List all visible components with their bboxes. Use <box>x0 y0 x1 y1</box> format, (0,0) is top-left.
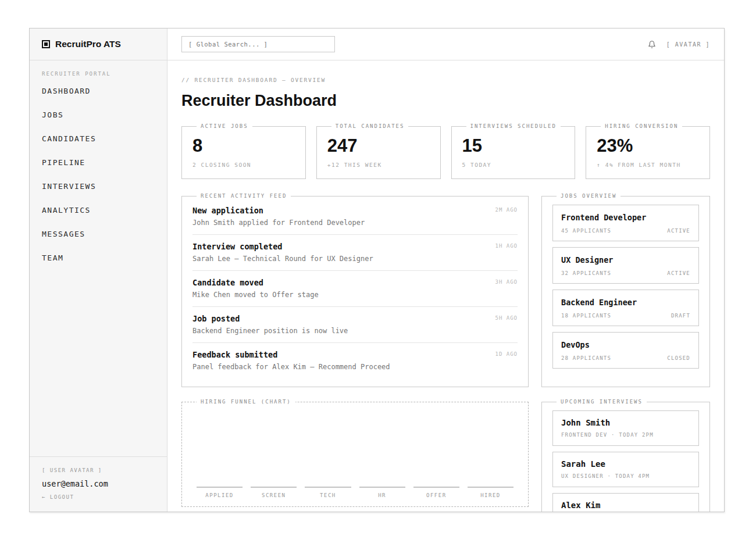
job-title: DevOps <box>561 340 690 349</box>
sidebar: RecruitPro ATS RECRUITER PORTAL DASHBOAR… <box>30 28 167 512</box>
activity-description: Sarah Lee — Technical Round for UX Desig… <box>192 255 518 263</box>
funnel-stage-hired: HIRED <box>463 487 518 498</box>
user-email: user@email.com <box>42 479 155 488</box>
job-card-devops[interactable]: DevOps 28 APPLICANTS CLOSED <box>552 332 699 369</box>
stage-label: HR <box>359 492 405 498</box>
framed-square-icon <box>42 40 50 48</box>
bell-icon[interactable] <box>648 40 656 49</box>
activity-timestamp: 2M AGO <box>495 207 518 213</box>
stage-baseline <box>468 487 513 488</box>
interview-card-alex-kim[interactable]: Alex Kim BACKEND ENG · TOMORROW 10AM <box>552 493 699 512</box>
stage-baseline <box>251 487 297 488</box>
stage-baseline <box>305 487 351 488</box>
interview-card-john-smith[interactable]: John Smith FRONTEND DEV · TODAY 2PM <box>552 410 699 446</box>
interview-detail: UX DESIGNER · TODAY 4PM <box>561 473 690 479</box>
interview-candidate-name: Sarah Lee <box>561 459 690 469</box>
activity-description: Mike Chen moved to Offer stage <box>192 291 518 299</box>
stat-value: 247 <box>327 135 430 156</box>
job-title: Backend Engineer <box>561 298 690 307</box>
activity-description: Backend Engineer position is now live <box>192 327 518 335</box>
job-card-backend-engineer[interactable]: Backend Engineer 18 APPLICANTS DRAFT <box>552 290 699 326</box>
job-applicants: 28 APPLICANTS <box>561 355 611 361</box>
brand-logo: RecruitPro ATS <box>30 28 167 60</box>
nav-section-label: RECRUITER PORTAL <box>42 71 155 77</box>
job-status-badge: ACTIVE <box>667 228 690 234</box>
logout-button[interactable]: ← LOGOUT <box>42 494 155 500</box>
sidebar-item-pipeline[interactable]: PIPELINE <box>42 153 155 172</box>
job-status-badge: ACTIVE <box>667 270 690 276</box>
funnel-stage-offer: OFFER <box>409 487 463 498</box>
stat-subtext: ↑ 4% FROM LAST MONTH <box>597 162 699 168</box>
stat-card-interviews-scheduled: INTERVIEWS SCHEDULED 15 5 TODAY <box>451 123 576 179</box>
hiring-funnel-panel: HIRING FUNNEL (CHART) APPLIED SCREEN <box>181 399 529 507</box>
activity-item: Feedback submitted Panel feedback for Al… <box>192 343 518 378</box>
stat-subtext: 5 TODAY <box>462 162 565 168</box>
stage-label: SCREEN <box>251 492 297 498</box>
panel-label: UPCOMING INTERVIEWS <box>557 399 647 405</box>
stage-baseline <box>359 487 405 488</box>
stat-subtext: +12 THIS WEEK <box>327 162 430 168</box>
job-status-badge: DRAFT <box>671 313 690 319</box>
panel-label: RECENT ACTIVITY FEED <box>197 193 291 199</box>
funnel-stage-screen: SCREEN <box>247 487 301 498</box>
sidebar-item-jobs[interactable]: JOBS <box>42 105 155 124</box>
breadcrumb: // RECRUITER DASHBOARD — OVERVIEW <box>181 77 710 83</box>
sidebar-item-team[interactable]: TEAM <box>42 248 155 267</box>
interview-detail: FRONTEND DEV · TODAY 2PM <box>561 432 690 438</box>
activity-item: New application John Smith applied for F… <box>192 199 518 235</box>
user-avatar-placeholder: [ USER AVATAR ] <box>42 467 155 473</box>
stage-label: TECH <box>305 492 351 498</box>
stage-label: OFFER <box>413 492 459 498</box>
job-card-ux-designer[interactable]: UX Designer 32 APPLICANTS ACTIVE <box>552 247 699 284</box>
recent-activity-panel: RECENT ACTIVITY FEED New application Joh… <box>181 193 529 387</box>
panel-label: HIRING FUNNEL (CHART) <box>197 399 295 405</box>
sidebar-footer: [ USER AVATAR ] user@email.com ← LOGOUT <box>30 456 167 512</box>
topbar-right: [ AVATAR ] <box>648 40 710 49</box>
activity-timestamp: 3H AGO <box>495 279 518 285</box>
stage-baseline <box>413 487 459 488</box>
jobs-overview-panel: JOBS OVERVIEW Frontend Developer 45 APPL… <box>541 193 710 387</box>
topbar: [ AVATAR ] <box>167 28 724 60</box>
sidebar-item-analytics[interactable]: ANALYTICS <box>42 201 155 220</box>
avatar-button[interactable]: [ AVATAR ] <box>666 41 710 48</box>
activity-timestamp: 1H AGO <box>495 243 518 249</box>
job-applicants: 32 APPLICANTS <box>561 270 611 276</box>
stat-card-active-jobs: ACTIVE JOBS 8 2 CLOSING SOON <box>181 123 306 179</box>
content: // RECRUITER DASHBOARD — OVERVIEW Recrui… <box>167 60 724 512</box>
stage-label: APPLIED <box>197 492 243 498</box>
job-applicants: 45 APPLICANTS <box>561 228 611 234</box>
stat-subtext: 2 CLOSING SOON <box>192 162 295 168</box>
funnel-stages: APPLIED SCREEN TECH HR <box>192 487 518 498</box>
content-grid: RECENT ACTIVITY FEED New application Joh… <box>181 193 710 512</box>
activity-title: Job posted <box>192 314 518 323</box>
funnel-stage-hr: HR <box>355 487 409 498</box>
upcoming-interviews-panel: UPCOMING INTERVIEWS John Smith FRONTEND … <box>541 399 710 512</box>
stat-card-total-candidates: TOTAL CANDIDATES 247 +12 THIS WEEK <box>316 123 441 179</box>
activity-item: Job posted Backend Engineer position is … <box>192 307 518 343</box>
global-search-input[interactable] <box>181 36 335 52</box>
stats-row: ACTIVE JOBS 8 2 CLOSING SOON TOTAL CANDI… <box>181 123 710 179</box>
stat-value: 15 <box>462 135 565 156</box>
page-title: Recruiter Dashboard <box>181 92 710 110</box>
job-card-frontend-developer[interactable]: Frontend Developer 45 APPLICANTS ACTIVE <box>552 205 699 241</box>
job-title: Frontend Developer <box>561 213 690 222</box>
activity-description: John Smith applied for Frontend Develope… <box>192 219 518 227</box>
activity-item: Interview completed Sarah Lee — Technica… <box>192 235 518 271</box>
stat-card-hiring-conversion: HIRING CONVERSION 23% ↑ 4% FROM LAST MON… <box>586 123 710 179</box>
stat-label: HIRING CONVERSION <box>601 123 682 129</box>
sidebar-item-messages[interactable]: MESSAGES <box>42 224 155 244</box>
sidebar-item-dashboard[interactable]: DASHBOARD <box>42 81 155 101</box>
sidebar-item-candidates[interactable]: CANDIDATES <box>42 129 155 148</box>
panel-label: JOBS OVERVIEW <box>557 193 621 199</box>
funnel-stage-tech: TECH <box>301 487 355 498</box>
interview-candidate-name: John Smith <box>561 418 690 427</box>
job-title: UX Designer <box>561 255 690 265</box>
stage-label: HIRED <box>468 492 513 498</box>
job-applicants: 18 APPLICANTS <box>561 313 611 319</box>
app-window: RecruitPro ATS RECRUITER PORTAL DASHBOAR… <box>29 28 725 512</box>
stat-label: INTERVIEWS SCHEDULED <box>466 123 561 129</box>
funnel-stage-applied: APPLIED <box>192 487 247 498</box>
sidebar-nav: RECRUITER PORTAL DASHBOARD JOBS CANDIDAT… <box>30 60 167 456</box>
interview-card-sarah-lee[interactable]: Sarah Lee UX DESIGNER · TODAY 4PM <box>552 452 699 487</box>
sidebar-item-interviews[interactable]: INTERVIEWS <box>42 177 155 196</box>
